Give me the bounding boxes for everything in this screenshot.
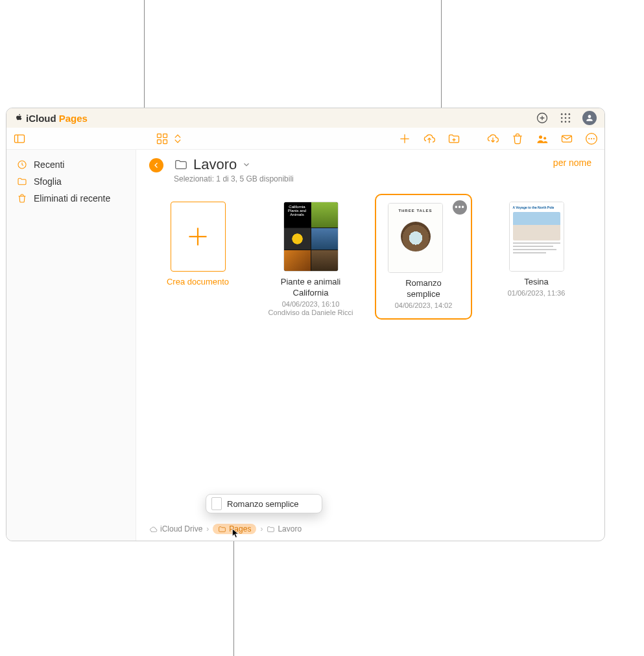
document-thumbnail: California Plants and Animals: [283, 202, 339, 272]
svg-point-7: [565, 117, 567, 119]
brand-app: Pages: [59, 113, 88, 124]
svg-point-10: [565, 121, 567, 123]
account-avatar-icon[interactable]: [582, 111, 597, 125]
document-tile[interactable]: California Plants and Animals Piante e a…: [262, 202, 359, 316]
svg-point-5: [569, 113, 571, 115]
document-date: 04/06/2023, 16:10: [282, 300, 340, 308]
drag-preview-thumb: [211, 497, 222, 510]
trash-icon[interactable]: [511, 132, 524, 145]
add-circle-icon[interactable]: [536, 111, 549, 124]
folder-icon: [174, 158, 188, 172]
drag-preview-label: Romanzo semplice: [227, 499, 299, 509]
view-toggle-icon[interactable]: [156, 132, 169, 145]
document-shared-by: Condiviso da Daniele Ricci: [268, 309, 353, 316]
breadcrumb-separator: ›: [260, 524, 263, 533]
sidebar-item-label: Recenti: [34, 159, 64, 170]
main-header: Lavoro Selezionati: 1 di 3, 5 GB disponi…: [136, 150, 604, 183]
brand-icloud: iCloud: [26, 113, 56, 124]
titlebar: iCloud Pages: [6, 108, 604, 128]
trash-icon: [17, 193, 27, 204]
create-document-label: Crea documento: [167, 277, 229, 287]
svg-point-11: [569, 121, 571, 123]
sidebar-item-trash[interactable]: Eliminati di recente: [10, 190, 132, 207]
svg-point-29: [591, 137, 592, 139]
apple-logo-icon: [14, 113, 23, 124]
svg-point-25: [543, 137, 546, 139]
svg-rect-26: [562, 135, 572, 142]
selection-status: Selezionati: 1 di 3, 5 GB disponibili: [174, 174, 294, 183]
sidebar-item-recents[interactable]: Recenti: [10, 156, 132, 173]
document-name: Romanzo semplice: [388, 278, 459, 300]
folder-icon: [17, 176, 27, 187]
document-thumbnail: A Voyage to the North Pole: [509, 202, 564, 272]
new-plus-icon[interactable]: [398, 132, 411, 145]
cursor-pointer-icon: [232, 528, 241, 539]
new-folder-icon[interactable]: [447, 132, 460, 145]
svg-point-24: [539, 135, 542, 139]
body: Recenti Sfoglia Eliminati di recente La: [6, 150, 604, 541]
chevron-left-icon: [152, 161, 160, 169]
breadcrumb-label: Lavoro: [278, 524, 302, 533]
folder-icon: [267, 525, 275, 533]
sidebar-item-browse[interactable]: Sfoglia: [10, 173, 132, 190]
drag-preview: Romanzo semplice: [206, 494, 322, 513]
sidebar: Recenti Sfoglia Eliminati di recente: [6, 150, 136, 541]
breadcrumb-item[interactable]: iCloud Drive: [149, 524, 202, 533]
document-name: Tesina: [524, 277, 549, 288]
thumbnail-title: California Plants and Animals: [284, 202, 311, 228]
folder-name: Lavoro: [193, 156, 237, 173]
svg-point-4: [565, 113, 567, 115]
sidebar-item-label: Sfoglia: [34, 176, 62, 187]
breadcrumb: iCloud Drive › Pages › Lavoro: [149, 524, 302, 534]
upload-cloud-icon[interactable]: [423, 132, 436, 145]
clock-icon: [17, 159, 27, 170]
breadcrumb-separator: ›: [206, 524, 209, 533]
mail-icon[interactable]: [560, 132, 573, 145]
apps-grid-icon[interactable]: [559, 111, 572, 124]
folder-title[interactable]: Lavoro: [174, 156, 294, 173]
callout-line: [233, 541, 234, 656]
view-sort-icon[interactable]: [171, 132, 184, 145]
svg-point-8: [569, 117, 571, 119]
folder-icon: [218, 525, 226, 533]
svg-point-3: [561, 113, 563, 115]
document-name: Piante e animali California: [262, 277, 359, 299]
svg-point-6: [561, 117, 563, 119]
share-people-icon[interactable]: [536, 132, 549, 145]
svg-point-30: [593, 137, 595, 139]
chevron-down-icon: [242, 160, 251, 169]
svg-rect-14: [158, 134, 161, 137]
thumbnail-title: THREE TALES: [398, 209, 432, 213]
svg-rect-15: [163, 134, 167, 137]
more-actions-badge[interactable]: •••: [453, 200, 467, 215]
document-date: 04/06/2023, 14:02: [388, 301, 459, 309]
cloud-icon: [149, 525, 158, 533]
sort-button[interactable]: per nome: [553, 158, 591, 168]
document-thumbnail: THREE TALES: [388, 203, 443, 273]
document-date: 01/06/2023, 11:36: [508, 289, 566, 297]
svg-rect-12: [15, 135, 25, 143]
create-document-box[interactable]: [171, 202, 226, 272]
document-tile-selected[interactable]: ••• THREE TALES Romanzo semplice 04/06/2…: [375, 202, 472, 320]
create-document-tile[interactable]: Crea documento: [149, 202, 246, 287]
toolbar: [6, 128, 604, 150]
sidebar-item-label: Eliminati di recente: [34, 193, 110, 204]
plus-icon: [186, 225, 209, 248]
thumbnail-title: A Voyage to the North Pole: [513, 205, 560, 209]
app-brand: iCloud Pages: [14, 113, 88, 124]
ellipsis-icon: •••: [455, 204, 465, 211]
document-grid: Crea documento California Plants and Ani…: [136, 183, 604, 338]
svg-rect-17: [163, 139, 167, 143]
document-tile[interactable]: A Voyage to the North Pole Tesina 01/06/…: [488, 202, 585, 297]
back-button[interactable]: [149, 158, 163, 172]
breadcrumb-item[interactable]: Lavoro: [267, 524, 302, 533]
more-circle-icon[interactable]: [585, 132, 598, 145]
titlebar-right: [536, 111, 597, 125]
toggle-sidebar-icon[interactable]: [13, 132, 26, 145]
main: Lavoro Selezionati: 1 di 3, 5 GB disponi…: [136, 150, 604, 541]
svg-point-9: [561, 121, 563, 123]
svg-point-28: [588, 137, 590, 139]
app-window: iCloud Pages: [6, 108, 605, 541]
breadcrumb-label: iCloud Drive: [160, 524, 202, 533]
download-cloud-icon[interactable]: [486, 132, 499, 145]
